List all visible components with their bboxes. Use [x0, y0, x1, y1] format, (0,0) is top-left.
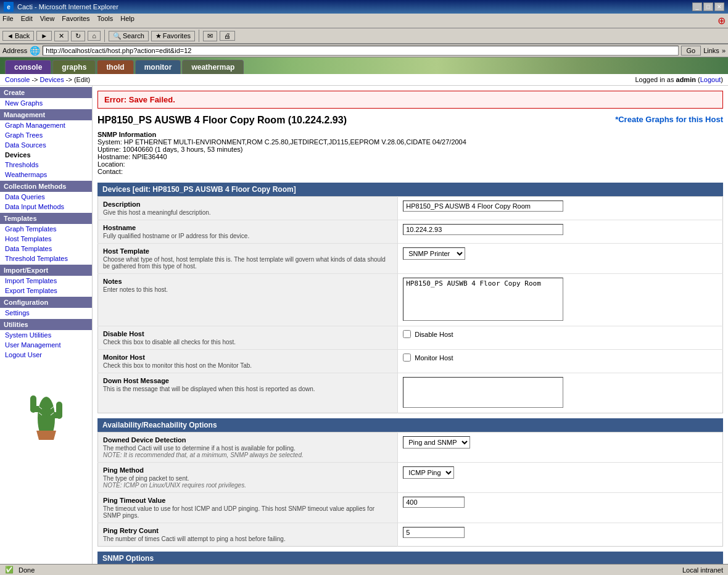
menu-help[interactable]: Help	[120, 15, 134, 27]
field-desc-ping-method: The type of ping packet to sent. NOTE: I…	[103, 475, 392, 489]
checkbox-row-monitor-host: Monitor Host	[403, 354, 718, 362]
sidebar-header-templates: Templates	[0, 213, 92, 224]
sidebar-item-data-sources[interactable]: Data Sources	[0, 140, 92, 150]
close-btn[interactable]: ✕	[714, 2, 724, 11]
create-graphs-link[interactable]: *Create Graphs for this Host	[615, 115, 723, 124]
value-ping-timeout	[398, 493, 723, 523]
select-downed-device[interactable]: None Ping SNMP Ping and SNMP	[403, 436, 470, 449]
checkbox-monitor-host[interactable]	[403, 354, 411, 362]
field-label-ping-retry: Ping Retry Count	[103, 527, 392, 534]
sidebar-item-weathermaps[interactable]: Weathermaps	[0, 170, 92, 180]
sidebar-item-devices[interactable]: Devices	[0, 150, 92, 160]
forward-button[interactable]: ►	[36, 31, 52, 41]
tab-graphs[interactable]: graphs	[52, 60, 96, 74]
value-description	[398, 197, 723, 220]
statusbar: ✅ Done Local intranet	[0, 564, 728, 575]
sidebar-item-thresholds[interactable]: Thresholds	[0, 160, 92, 170]
home-button[interactable]: ⌂	[88, 31, 101, 41]
search-button[interactable]: 🔍 Search	[109, 31, 149, 41]
refresh-button[interactable]: ↻	[71, 31, 85, 41]
create-graphs-container: *Create Graphs for this Host	[615, 115, 723, 124]
sidebar-item-data-templates[interactable]: Data Templates	[0, 244, 92, 254]
sidebar-item-export-templates[interactable]: Export Templates	[0, 286, 92, 296]
titlebar-controls[interactable]: _ □ ✕	[692, 2, 724, 11]
checkbox-label-disable-host: Disable Host	[415, 331, 453, 338]
input-ping-timeout[interactable]	[403, 497, 465, 508]
sidebar-header-configuration: Configuration	[0, 297, 92, 308]
sidebar-item-host-templates[interactable]: Host Templates	[0, 234, 92, 244]
row-notes: Notes Enter notes to this host. HP8150_P…	[98, 274, 723, 326]
menu-favorites[interactable]: Favorites	[62, 15, 89, 27]
field-note-downed-device: NOTE: It is recommended that, at a minim…	[103, 452, 304, 458]
field-desc-ping-timeout: The timeout value to use for host ICMP a…	[103, 505, 392, 519]
sidebar-item-data-queries[interactable]: Data Queries	[0, 192, 92, 202]
logout-link[interactable]: Logout	[700, 76, 721, 83]
breadcrumb-console[interactable]: Console	[5, 76, 30, 83]
value-host-template: None SNMP Printer Linux Host Windows Hos…	[398, 244, 723, 274]
value-hostname	[398, 220, 723, 244]
menu-edit[interactable]: Edit	[21, 15, 33, 27]
address-input[interactable]	[43, 46, 678, 56]
select-host-template[interactable]: None SNMP Printer Linux Host Windows Hos…	[403, 247, 465, 260]
addressbar: Address 🌐 Go Links »	[0, 44, 728, 57]
value-down-host-message	[398, 373, 723, 413]
tab-console[interactable]: console	[5, 60, 51, 74]
maximize-btn[interactable]: □	[703, 2, 713, 11]
go-button[interactable]: Go	[681, 46, 701, 56]
window-title: Cacti - Microsoft Internet Explorer	[17, 3, 118, 10]
field-label-hostname: Hostname	[103, 224, 392, 231]
mail-button[interactable]: ✉	[203, 31, 217, 41]
toolbar-sep-2	[199, 30, 199, 42]
minimize-btn[interactable]: _	[692, 2, 702, 11]
sidebar-item-graph-trees[interactable]: Graph Trees	[0, 130, 92, 140]
sidebar-item-logout-user[interactable]: Logout User	[0, 350, 92, 360]
sidebar-item-graph-templates[interactable]: Graph Templates	[0, 224, 92, 234]
tab-weathermap[interactable]: weathermap	[182, 60, 244, 74]
checkbox-label-monitor-host: Monitor Host	[415, 354, 453, 362]
zone-text: Local intranet	[682, 566, 723, 574]
breadcrumb-bar: Console -> Devices -> (Edit) Logged in a…	[0, 74, 728, 86]
nav-tabs-bar: console graphs thold monitor weathermap	[0, 57, 728, 74]
textarea-notes[interactable]: HP8150_PS AUSWB 4 Floor Copy Room	[403, 278, 563, 321]
sidebar-item-settings[interactable]: Settings	[0, 308, 92, 318]
sidebar-item-threshold-templates[interactable]: Threshold Templates	[0, 254, 92, 263]
sidebar-item-system-utilities[interactable]: System Utilities	[0, 330, 92, 340]
stop-button[interactable]: ✕	[54, 31, 68, 41]
tab-thold[interactable]: thold	[97, 60, 133, 74]
menu-tools[interactable]: Tools	[97, 15, 114, 27]
menu-file[interactable]: File	[2, 15, 14, 27]
select-ping-method[interactable]: ICMP Ping UDP Ping TCP Ping	[403, 466, 454, 479]
field-label-ping-method: Ping Method	[103, 466, 392, 474]
sidebar-item-data-input-methods[interactable]: Data Input Methods	[0, 202, 92, 212]
input-hostname[interactable]	[403, 224, 563, 235]
menu-view[interactable]: View	[40, 15, 55, 27]
sidebar-header-utilities: Utilities	[0, 319, 92, 330]
titlebar: e Cacti - Microsoft Internet Explorer _ …	[0, 0, 728, 14]
input-ping-retry[interactable]	[403, 527, 465, 538]
textarea-down-host-message[interactable]	[403, 377, 563, 408]
field-label-description: Description	[103, 201, 392, 208]
value-downed-device: None Ping SNMP Ping and SNMP	[398, 432, 723, 463]
back-button[interactable]: ◄ Back	[2, 31, 34, 41]
ie-icon: e	[4, 2, 14, 12]
breadcrumb-sep-2: ->	[66, 76, 72, 83]
field-desc-ping-retry: The number of times Cacti will attempt t…	[103, 536, 392, 542]
input-description[interactable]	[403, 201, 563, 212]
status-icon: ✅	[5, 566, 14, 574]
sidebar-item-import-templates[interactable]: Import Templates	[0, 276, 92, 286]
value-ping-retry	[398, 523, 723, 547]
links-label: Links	[703, 47, 719, 54]
status-text: Done	[19, 566, 35, 574]
checkbox-disable-host[interactable]	[403, 330, 411, 338]
sidebar-header-import-export: Import/Export	[0, 265, 92, 276]
breadcrumb-sep-1: ->	[31, 76, 38, 83]
print-button[interactable]: 🖨	[220, 31, 235, 41]
row-hostname: Hostname Fully qualified hostname or IP …	[98, 220, 723, 244]
sidebar-item-user-management[interactable]: User Management	[0, 340, 92, 350]
sidebar-item-graph-management[interactable]: Graph Management	[0, 120, 92, 130]
breadcrumb-devices[interactable]: Devices	[40, 76, 64, 83]
field-label-disable-host: Disable Host	[103, 330, 392, 337]
sidebar-item-new-graphs[interactable]: New Graphs	[0, 98, 92, 108]
favorites-button[interactable]: ★ Favorites	[151, 31, 195, 41]
tab-monitor[interactable]: monitor	[135, 60, 181, 74]
